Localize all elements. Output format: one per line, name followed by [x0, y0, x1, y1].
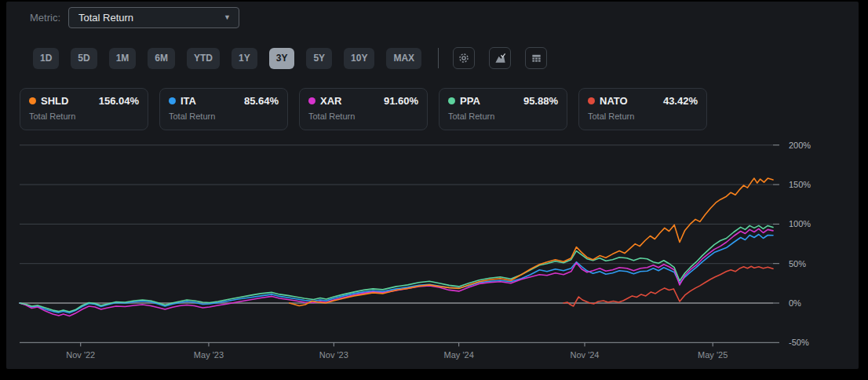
ticker-symbol: XAR — [320, 95, 341, 107]
metric-label: Metric: — [30, 12, 60, 24]
return-value: 95.88% — [523, 95, 558, 107]
ticker-symbol: PPA — [460, 95, 480, 107]
y-tick-label: -50% — [789, 338, 809, 347]
legend-card-xar[interactable]: XAR91.60%Total Return — [299, 88, 428, 130]
series-line-ppa — [20, 225, 773, 312]
ticker-symbol: ITA — [181, 95, 196, 107]
metric-bar: Metric: Total Return ▼ — [30, 6, 239, 28]
x-tick-label: May '24 — [444, 350, 474, 360]
chevron-down-icon: ▼ — [224, 13, 231, 21]
table-icon — [531, 53, 542, 64]
legend-card-nato[interactable]: NATO43.42%Total Return — [578, 88, 707, 130]
x-tick-label: May '23 — [194, 350, 224, 360]
ticker-symbol: SHLD — [41, 95, 68, 107]
series-color-dot — [448, 97, 455, 104]
price-chart[interactable]: 200%150%100%50%0%-50%Nov '22May '23Nov '… — [6, 135, 859, 367]
series-color-dot — [588, 97, 595, 104]
return-value: 91.60% — [384, 95, 418, 107]
return-value: 85.64% — [244, 95, 279, 107]
range-button-6m[interactable]: 6M — [148, 48, 175, 69]
card-metric-label: Total Return — [308, 111, 418, 121]
range-buttons: 1D5D1M6MYTD1Y3Y5Y10YMAX — [33, 48, 421, 69]
return-value: 43.42% — [663, 95, 698, 107]
y-tick-label: 50% — [789, 259, 806, 269]
settings-button[interactable] — [453, 47, 475, 69]
chart-type-button[interactable] — [489, 47, 511, 69]
range-button-1m[interactable]: 1M — [109, 48, 137, 69]
range-button-3y[interactable]: 3Y — [269, 48, 295, 69]
card-metric-label: Total Return — [169, 111, 279, 121]
table-view-button[interactable] — [525, 47, 547, 69]
y-tick-label: 200% — [789, 141, 811, 150]
metric-dropdown-value: Total Return — [78, 12, 224, 24]
area-chart-icon — [494, 53, 506, 64]
range-button-1y[interactable]: 1Y — [232, 48, 257, 69]
range-button-max[interactable]: MAX — [386, 48, 421, 69]
legend-card-shld[interactable]: SHLD156.04%Total Return — [20, 88, 148, 130]
ticker-symbol: NATO — [600, 95, 628, 107]
toolbar-divider — [438, 48, 439, 68]
series-color-dot — [308, 97, 315, 104]
series-color-dot — [169, 97, 176, 104]
series-color-dot — [29, 97, 36, 104]
x-tick-label: Nov '23 — [319, 350, 348, 360]
range-button-10y[interactable]: 10Y — [344, 48, 374, 69]
metric-dropdown[interactable]: Total Return ▼ — [68, 7, 239, 28]
range-button-1d[interactable]: 1D — [33, 48, 59, 69]
app-panel: Metric: Total Return ▼ 1D5D1M6MYTD1Y3Y5Y… — [6, 2, 859, 369]
y-tick-label: 0% — [789, 298, 801, 308]
range-button-ytd[interactable]: YTD — [187, 48, 220, 69]
x-tick-label: Nov '24 — [571, 350, 600, 360]
x-tick-label: May '25 — [698, 350, 728, 360]
return-value: 156.04% — [99, 95, 139, 107]
gear-icon — [458, 52, 470, 64]
range-button-5y[interactable]: 5Y — [306, 48, 332, 69]
range-toolbar: 1D5D1M6MYTD1Y3Y5Y10YMAX — [33, 47, 561, 69]
card-metric-label: Total Return — [29, 111, 139, 121]
range-button-5d[interactable]: 5D — [71, 48, 97, 69]
card-metric-label: Total Return — [588, 111, 698, 121]
series-line-shld — [290, 178, 773, 305]
card-metric-label: Total Return — [448, 111, 558, 121]
legend-card-ita[interactable]: ITA85.64%Total Return — [159, 88, 288, 130]
y-tick-label: 150% — [789, 180, 811, 189]
x-tick-label: Nov '22 — [66, 350, 95, 360]
legend-card-ppa[interactable]: PPA95.88%Total Return — [439, 88, 567, 130]
legend-row: SHLD156.04%Total ReturnITA85.64%Total Re… — [20, 88, 707, 130]
y-tick-label: 100% — [789, 219, 811, 228]
